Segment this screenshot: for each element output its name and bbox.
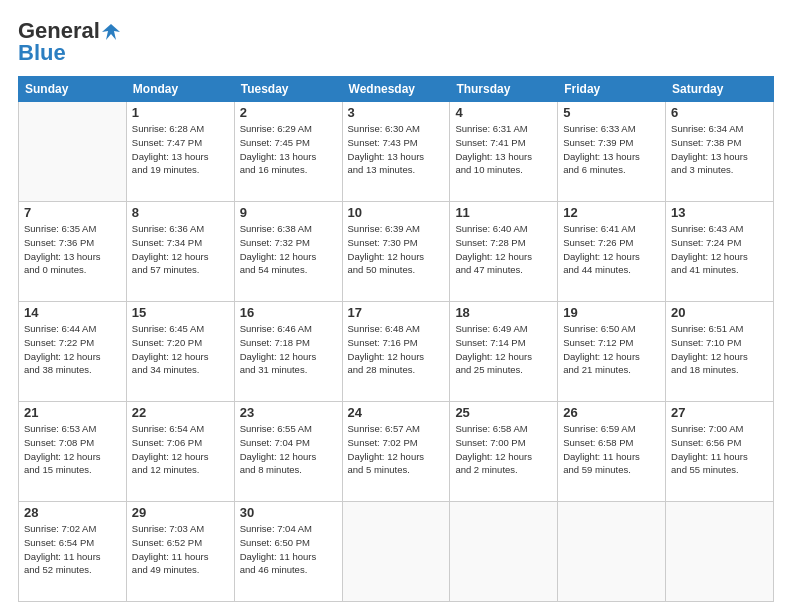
day-number: 27 [671, 405, 768, 420]
header: General Blue [18, 18, 774, 66]
day-number: 5 [563, 105, 660, 120]
day-number: 16 [240, 305, 337, 320]
day-detail: Sunrise: 6:54 AM Sunset: 7:06 PM Dayligh… [132, 422, 229, 477]
day-number: 28 [24, 505, 121, 520]
day-number: 20 [671, 305, 768, 320]
calendar-weekday-wednesday: Wednesday [342, 77, 450, 102]
svg-marker-0 [102, 24, 120, 40]
calendar-day-cell: 12Sunrise: 6:41 AM Sunset: 7:26 PM Dayli… [558, 202, 666, 302]
calendar-week-row: 1Sunrise: 6:28 AM Sunset: 7:47 PM Daylig… [19, 102, 774, 202]
day-detail: Sunrise: 6:43 AM Sunset: 7:24 PM Dayligh… [671, 222, 768, 277]
calendar-day-cell: 26Sunrise: 6:59 AM Sunset: 6:58 PM Dayli… [558, 402, 666, 502]
calendar-day-cell: 23Sunrise: 6:55 AM Sunset: 7:04 PM Dayli… [234, 402, 342, 502]
day-number: 14 [24, 305, 121, 320]
day-detail: Sunrise: 6:29 AM Sunset: 7:45 PM Dayligh… [240, 122, 337, 177]
calendar-day-cell: 14Sunrise: 6:44 AM Sunset: 7:22 PM Dayli… [19, 302, 127, 402]
calendar-day-cell [666, 502, 774, 602]
day-number: 9 [240, 205, 337, 220]
calendar-day-cell: 8Sunrise: 6:36 AM Sunset: 7:34 PM Daylig… [126, 202, 234, 302]
calendar-day-cell: 7Sunrise: 6:35 AM Sunset: 7:36 PM Daylig… [19, 202, 127, 302]
day-detail: Sunrise: 6:38 AM Sunset: 7:32 PM Dayligh… [240, 222, 337, 277]
calendar-day-cell: 21Sunrise: 6:53 AM Sunset: 7:08 PM Dayli… [19, 402, 127, 502]
day-detail: Sunrise: 6:41 AM Sunset: 7:26 PM Dayligh… [563, 222, 660, 277]
calendar-week-row: 21Sunrise: 6:53 AM Sunset: 7:08 PM Dayli… [19, 402, 774, 502]
calendar-day-cell [342, 502, 450, 602]
day-detail: Sunrise: 6:49 AM Sunset: 7:14 PM Dayligh… [455, 322, 552, 377]
day-number: 17 [348, 305, 445, 320]
logo-blue-text: Blue [18, 40, 66, 66]
calendar-week-row: 7Sunrise: 6:35 AM Sunset: 7:36 PM Daylig… [19, 202, 774, 302]
day-number: 18 [455, 305, 552, 320]
day-number: 7 [24, 205, 121, 220]
calendar-day-cell: 5Sunrise: 6:33 AM Sunset: 7:39 PM Daylig… [558, 102, 666, 202]
calendar-day-cell: 24Sunrise: 6:57 AM Sunset: 7:02 PM Dayli… [342, 402, 450, 502]
calendar-weekday-thursday: Thursday [450, 77, 558, 102]
day-number: 23 [240, 405, 337, 420]
day-detail: Sunrise: 6:59 AM Sunset: 6:58 PM Dayligh… [563, 422, 660, 477]
calendar-weekday-friday: Friday [558, 77, 666, 102]
day-detail: Sunrise: 6:51 AM Sunset: 7:10 PM Dayligh… [671, 322, 768, 377]
day-number: 8 [132, 205, 229, 220]
calendar-header-row: SundayMondayTuesdayWednesdayThursdayFrid… [19, 77, 774, 102]
calendar-day-cell: 17Sunrise: 6:48 AM Sunset: 7:16 PM Dayli… [342, 302, 450, 402]
day-number: 12 [563, 205, 660, 220]
day-detail: Sunrise: 6:40 AM Sunset: 7:28 PM Dayligh… [455, 222, 552, 277]
day-number: 15 [132, 305, 229, 320]
day-detail: Sunrise: 6:36 AM Sunset: 7:34 PM Dayligh… [132, 222, 229, 277]
calendar-day-cell: 2Sunrise: 6:29 AM Sunset: 7:45 PM Daylig… [234, 102, 342, 202]
day-detail: Sunrise: 6:48 AM Sunset: 7:16 PM Dayligh… [348, 322, 445, 377]
calendar-weekday-sunday: Sunday [19, 77, 127, 102]
calendar-day-cell: 9Sunrise: 6:38 AM Sunset: 7:32 PM Daylig… [234, 202, 342, 302]
day-detail: Sunrise: 6:34 AM Sunset: 7:38 PM Dayligh… [671, 122, 768, 177]
day-detail: Sunrise: 6:57 AM Sunset: 7:02 PM Dayligh… [348, 422, 445, 477]
day-number: 19 [563, 305, 660, 320]
calendar-day-cell: 6Sunrise: 6:34 AM Sunset: 7:38 PM Daylig… [666, 102, 774, 202]
calendar-day-cell: 28Sunrise: 7:02 AM Sunset: 6:54 PM Dayli… [19, 502, 127, 602]
calendar-day-cell: 30Sunrise: 7:04 AM Sunset: 6:50 PM Dayli… [234, 502, 342, 602]
calendar-day-cell: 20Sunrise: 6:51 AM Sunset: 7:10 PM Dayli… [666, 302, 774, 402]
day-detail: Sunrise: 7:04 AM Sunset: 6:50 PM Dayligh… [240, 522, 337, 577]
day-detail: Sunrise: 6:50 AM Sunset: 7:12 PM Dayligh… [563, 322, 660, 377]
day-detail: Sunrise: 6:53 AM Sunset: 7:08 PM Dayligh… [24, 422, 121, 477]
day-detail: Sunrise: 6:33 AM Sunset: 7:39 PM Dayligh… [563, 122, 660, 177]
calendar-day-cell: 16Sunrise: 6:46 AM Sunset: 7:18 PM Dayli… [234, 302, 342, 402]
day-number: 30 [240, 505, 337, 520]
day-detail: Sunrise: 6:39 AM Sunset: 7:30 PM Dayligh… [348, 222, 445, 277]
day-detail: Sunrise: 6:30 AM Sunset: 7:43 PM Dayligh… [348, 122, 445, 177]
day-detail: Sunrise: 6:31 AM Sunset: 7:41 PM Dayligh… [455, 122, 552, 177]
day-number: 4 [455, 105, 552, 120]
day-detail: Sunrise: 6:44 AM Sunset: 7:22 PM Dayligh… [24, 322, 121, 377]
day-detail: Sunrise: 6:58 AM Sunset: 7:00 PM Dayligh… [455, 422, 552, 477]
calendar-day-cell: 27Sunrise: 7:00 AM Sunset: 6:56 PM Dayli… [666, 402, 774, 502]
day-number: 1 [132, 105, 229, 120]
calendar-weekday-saturday: Saturday [666, 77, 774, 102]
calendar-day-cell: 1Sunrise: 6:28 AM Sunset: 7:47 PM Daylig… [126, 102, 234, 202]
calendar-day-cell: 4Sunrise: 6:31 AM Sunset: 7:41 PM Daylig… [450, 102, 558, 202]
day-number: 29 [132, 505, 229, 520]
calendar-day-cell: 29Sunrise: 7:03 AM Sunset: 6:52 PM Dayli… [126, 502, 234, 602]
day-number: 6 [671, 105, 768, 120]
calendar-table: SundayMondayTuesdayWednesdayThursdayFrid… [18, 76, 774, 602]
page: General Blue SundayMondayTuesdayWednesda… [0, 0, 792, 612]
calendar-weekday-tuesday: Tuesday [234, 77, 342, 102]
day-number: 2 [240, 105, 337, 120]
calendar-weekday-monday: Monday [126, 77, 234, 102]
day-detail: Sunrise: 7:02 AM Sunset: 6:54 PM Dayligh… [24, 522, 121, 577]
day-number: 22 [132, 405, 229, 420]
day-detail: Sunrise: 6:46 AM Sunset: 7:18 PM Dayligh… [240, 322, 337, 377]
day-detail: Sunrise: 6:45 AM Sunset: 7:20 PM Dayligh… [132, 322, 229, 377]
day-detail: Sunrise: 6:35 AM Sunset: 7:36 PM Dayligh… [24, 222, 121, 277]
calendar-day-cell: 19Sunrise: 6:50 AM Sunset: 7:12 PM Dayli… [558, 302, 666, 402]
logo: General Blue [18, 18, 120, 66]
calendar-week-row: 14Sunrise: 6:44 AM Sunset: 7:22 PM Dayli… [19, 302, 774, 402]
calendar-day-cell: 22Sunrise: 6:54 AM Sunset: 7:06 PM Dayli… [126, 402, 234, 502]
calendar-day-cell: 18Sunrise: 6:49 AM Sunset: 7:14 PM Dayli… [450, 302, 558, 402]
calendar-day-cell [558, 502, 666, 602]
day-number: 24 [348, 405, 445, 420]
calendar-day-cell: 3Sunrise: 6:30 AM Sunset: 7:43 PM Daylig… [342, 102, 450, 202]
calendar-day-cell: 11Sunrise: 6:40 AM Sunset: 7:28 PM Dayli… [450, 202, 558, 302]
day-number: 21 [24, 405, 121, 420]
day-number: 26 [563, 405, 660, 420]
day-number: 11 [455, 205, 552, 220]
day-number: 3 [348, 105, 445, 120]
